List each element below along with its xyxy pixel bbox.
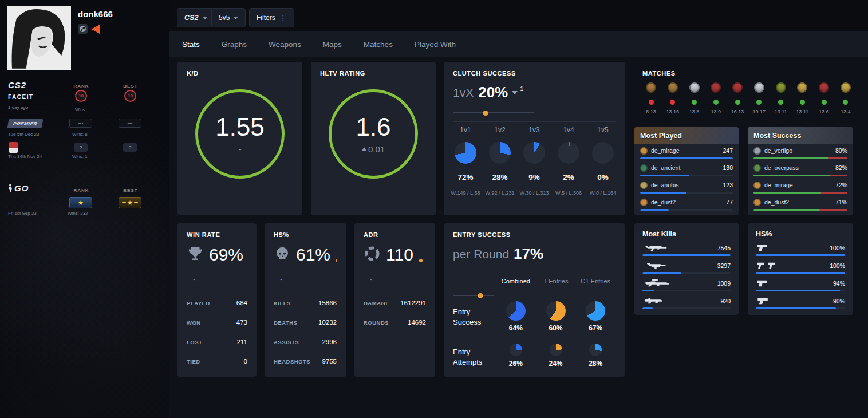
clutch-col-1v4: 1v4 2% W:5 / L:306 xyxy=(551,126,586,197)
tab-graphs[interactable]: Graphs xyxy=(222,40,247,49)
match-item[interactable]: 13:8 xyxy=(686,82,703,115)
match-item[interactable]: 13:4 xyxy=(837,82,854,115)
clutch-slider[interactable] xyxy=(453,112,534,113)
kd-delta: - xyxy=(239,144,242,154)
matches-timeline: 8:13 13:16 13:8 13:9 xyxy=(642,82,854,115)
result-dot xyxy=(735,100,740,105)
match-item[interactable]: 13:16 xyxy=(664,82,681,115)
weapon-row[interactable]: 100% xyxy=(756,243,845,261)
weapon-row[interactable]: 7545 xyxy=(642,243,731,261)
match-item[interactable]: 8:13 xyxy=(642,82,660,115)
map-row[interactable]: de_dust2 77 xyxy=(640,197,733,214)
match-score: 8:13 xyxy=(646,109,656,115)
map-badge-icon xyxy=(776,82,786,93)
entry-slider[interactable] xyxy=(453,295,494,296)
slider-handle[interactable] xyxy=(478,293,483,298)
map-row[interactable]: de_mirage 72% xyxy=(753,180,847,197)
match-score: 19:17 xyxy=(753,109,766,115)
most-success-rows: de_vertigo 80% de_overpass 82% xyxy=(753,145,847,214)
match-item[interactable]: 13:11 xyxy=(794,82,811,115)
bar-track xyxy=(640,175,733,176)
usp-s-icon xyxy=(756,297,771,307)
rating-rank[interactable]: ? xyxy=(74,143,88,152)
premier-badge: PREMIER xyxy=(7,119,44,128)
match-item[interactable]: 16:13 xyxy=(729,82,746,115)
hltv-value: 1.6 xyxy=(356,115,390,140)
go-rank-badge[interactable]: ★ xyxy=(69,197,92,208)
tab-matches[interactable]: Matches xyxy=(364,40,393,49)
soldier-icon xyxy=(8,184,13,192)
map-row[interactable]: de_mirage 247 xyxy=(640,145,733,163)
bar-track xyxy=(756,254,845,256)
best-header: BEST xyxy=(118,84,143,89)
match-item[interactable]: 13:6 xyxy=(815,82,833,115)
hs-rows: KILLS15866 DEATHS10232 ASSISTS2996 HEADS… xyxy=(274,293,337,371)
weapon-row[interactable]: 100% xyxy=(756,261,845,278)
match-score: 13:11 xyxy=(775,109,787,115)
weapon-row[interactable]: 920 xyxy=(642,296,731,314)
entry-pie xyxy=(506,301,526,321)
game-select-button[interactable]: CS2 xyxy=(177,8,215,27)
entry-pie xyxy=(510,344,522,356)
entry-tab-ct[interactable]: CT Entries xyxy=(575,278,616,285)
premier-rank[interactable]: --- xyxy=(69,119,92,128)
steam-icon[interactable] xyxy=(78,24,88,34)
result-dot xyxy=(670,100,675,105)
slider-handle[interactable] xyxy=(483,111,488,116)
map-badge-icon xyxy=(668,82,678,93)
map-row[interactable]: de_ancient 130 xyxy=(640,163,733,180)
faceit-icon[interactable] xyxy=(92,25,100,34)
hltv-delta: 0.01 xyxy=(362,144,385,154)
kd-ring: 1.55 - xyxy=(195,89,285,179)
premier-best[interactable]: --- xyxy=(119,119,141,128)
map-icon xyxy=(753,182,761,189)
filters-button[interactable]: Filters ⋮ xyxy=(249,8,294,27)
bar-track xyxy=(756,307,845,309)
weapon-row[interactable]: 3297 xyxy=(642,261,731,278)
hs-title: HS% xyxy=(274,231,289,238)
entry-tab-combined[interactable]: Combined xyxy=(496,278,536,285)
match-item[interactable]: 13:9 xyxy=(707,82,724,115)
avatar[interactable] xyxy=(7,6,71,70)
mode-select-button[interactable]: 5v5 xyxy=(211,8,246,27)
match-score: 13:8 xyxy=(689,109,700,115)
rating-best[interactable]: ? xyxy=(123,143,137,152)
chevron-down-icon[interactable] xyxy=(512,91,518,94)
headshot-icon xyxy=(274,245,291,265)
clutch-pie xyxy=(558,142,579,164)
go-date: Fri 1st Sep 23 xyxy=(8,211,37,216)
weapon-row[interactable]: 1009 xyxy=(642,278,731,296)
map-row[interactable]: de_dust2 71% xyxy=(753,197,847,214)
go-best-badge[interactable]: ★ xyxy=(119,197,141,208)
match-item[interactable]: 19:17 xyxy=(751,82,768,115)
match-score: 13:6 xyxy=(819,109,829,115)
entry-tab-t[interactable]: T Entries xyxy=(536,278,576,285)
go-best-header: BEST xyxy=(118,188,143,193)
tab-stats[interactable]: Stats xyxy=(182,40,200,49)
adr-rows: DAMAGE1612291 ROUNDS14692 xyxy=(364,293,426,332)
map-row[interactable]: de_vertigo 80% xyxy=(753,145,847,163)
faceit-best-badge[interactable]: 10 xyxy=(124,90,136,102)
tab-weapons[interactable]: Weapons xyxy=(269,40,301,49)
map-row[interactable]: de_overpass 82% xyxy=(753,163,847,180)
m4a4-icon xyxy=(642,261,669,271)
clutch-pie xyxy=(523,142,545,164)
win-rate-title: WIN RATE xyxy=(187,231,220,238)
tab-played-with[interactable]: Played With xyxy=(415,40,456,49)
matches-title: MATCHES xyxy=(642,70,676,77)
map-row[interactable]: de_anubis 123 xyxy=(640,180,733,197)
result-dot xyxy=(822,100,827,105)
tab-maps[interactable]: Maps xyxy=(323,40,342,49)
match-item[interactable]: 13:11 xyxy=(772,82,790,115)
clutch-pie xyxy=(455,142,476,164)
win-rate-card: WIN RATE 69% - PLAYED684 WON473 LOST211 … xyxy=(177,223,257,377)
map-icon xyxy=(753,147,761,155)
faceit-rank-badge[interactable]: 10 xyxy=(75,90,87,102)
result-dot xyxy=(649,100,654,105)
weapon-row[interactable]: 90% xyxy=(756,296,845,314)
faceit-last-played: 1 day ago xyxy=(8,105,28,110)
weapon-row[interactable]: 94% xyxy=(756,278,845,296)
result-dot xyxy=(756,100,762,105)
bar-track xyxy=(753,157,847,159)
kd-title: K/D xyxy=(187,70,199,77)
